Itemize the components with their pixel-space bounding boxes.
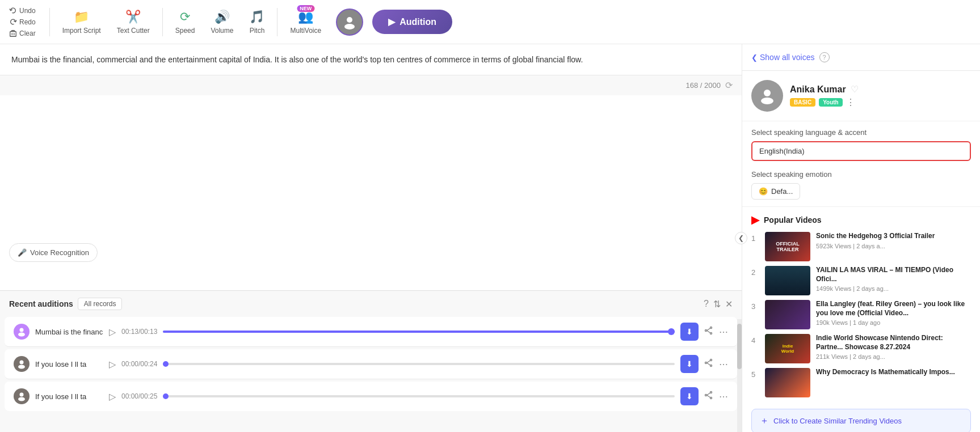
svg-line-18: [707, 363, 710, 365]
bottom-panel-actions: ? ⇅ ✕: [704, 299, 733, 310]
voice-recognition-button[interactable]: 🎤 Voice Recognition: [9, 243, 98, 262]
more-button[interactable]: ⋯: [719, 391, 728, 402]
text-cutter-button[interactable]: ✂️ Text Cutter: [111, 6, 155, 38]
video-meta: YAILIN LA MAS VIRAL – MI TIEMPO (Video O…: [816, 266, 971, 292]
audition-time: 00:13/00:13: [121, 328, 157, 336]
heart-icon[interactable]: ♡: [851, 84, 859, 95]
progress-bar[interactable]: [163, 363, 675, 365]
mic-icon: 🎤: [18, 248, 27, 257]
main-row: Mumbai is the financial, commercial and …: [0, 44, 980, 432]
audition-time: 00:00/00:24: [121, 360, 157, 368]
char-count: 168 / 2000: [686, 81, 721, 90]
pitch-button[interactable]: 🎵 Pitch: [243, 6, 270, 38]
more-button[interactable]: ⋯: [719, 327, 728, 337]
play-button[interactable]: ▷: [109, 391, 116, 402]
help-icon[interactable]: ?: [819, 52, 830, 62]
back-button[interactable]: ❮ Show all voices: [751, 53, 815, 62]
sort-button[interactable]: ⇅: [713, 299, 721, 310]
audition-list: Mumbai is the financ ▷ 00:13/00:13 ⬇ ⋯: [0, 315, 742, 413]
video-thumbnail[interactable]: [765, 368, 810, 397]
bottom-panel-title: Recent auditions All records: [9, 298, 122, 310]
audition-name: Mumbai is the financ: [35, 328, 103, 336]
separator-2: [162, 8, 163, 36]
share-button[interactable]: [704, 358, 713, 370]
close-button[interactable]: ✕: [725, 299, 733, 310]
bottom-panel-header: Recent auditions All records ? ⇅ ✕: [0, 291, 742, 315]
video-thumbnail[interactable]: [765, 266, 810, 295]
scrollbar-thumb[interactable]: [737, 324, 742, 369]
video-thumbnail[interactable]: IndieWorld: [765, 334, 810, 363]
sidebar-collapse-button[interactable]: ❮: [735, 232, 747, 244]
plus-icon: ＋: [760, 415, 769, 427]
svg-line-11: [707, 331, 710, 333]
video-meta: Sonic the Hedgehog 3 Official Trailer 59…: [816, 232, 971, 249]
popular-videos-section: ▶ Popular Videos 1 OFFICIALTRAILER Sonic…: [742, 206, 980, 402]
multivoice-button[interactable]: NEW 👥 MultiVoice: [284, 6, 327, 38]
voice-options-button[interactable]: ⋮: [846, 97, 855, 108]
progress-bar[interactable]: [163, 331, 675, 333]
download-button[interactable]: ⬇: [680, 387, 699, 405]
import-script-button[interactable]: 📁 Import Script: [57, 6, 107, 38]
popular-videos-title: ▶ Popular Videos: [751, 214, 971, 226]
video-item: 2 YAILIN LA MAS VIRAL – MI TIEMPO (Video…: [751, 266, 971, 295]
svg-point-9: [705, 330, 707, 332]
scrollbar-track[interactable]: [737, 319, 742, 432]
emotion-label: Select speaking emotion: [751, 170, 971, 179]
bottom-panel: Recent auditions All records ? ⇅ ✕ Mumba…: [0, 290, 742, 432]
voice-avatar-btn[interactable]: [336, 9, 363, 36]
language-label: Select speaking language & accent: [751, 128, 971, 137]
svg-point-20: [18, 397, 25, 401]
play-button[interactable]: ▷: [109, 327, 116, 337]
download-button[interactable]: ⬇: [680, 355, 699, 373]
language-select[interactable]: English(India): [751, 141, 971, 161]
pitch-icon: 🎵: [249, 10, 264, 24]
clear-button[interactable]: Clear: [7, 28, 38, 39]
progress-fill: [163, 331, 675, 333]
progress-dot: [163, 393, 169, 399]
audition-name: If you lose I ll ta: [35, 392, 103, 401]
editor-footer: 168 / 2000 ⟳: [0, 75, 742, 95]
help-button[interactable]: ?: [704, 299, 709, 309]
all-records-button[interactable]: All records: [78, 298, 123, 310]
speed-icon: ⟳: [180, 10, 190, 24]
audition-item: If you lose I ll ta ▷ 00:00/00:24 ⬇ ⋯: [5, 349, 737, 379]
redo-button[interactable]: Redo: [7, 17, 38, 27]
svg-point-13: [18, 365, 25, 369]
share-button[interactable]: [704, 391, 713, 402]
svg-line-25: [707, 395, 710, 397]
download-button[interactable]: ⬇: [680, 323, 699, 341]
svg-point-12: [20, 361, 24, 365]
svg-point-8: [710, 333, 712, 334]
svg-point-19: [20, 393, 24, 397]
audition-time: 00:00/00:25: [121, 392, 157, 400]
voice-avatar: [751, 80, 783, 112]
audition-item: Mumbai is the financ ▷ 00:13/00:13 ⬇ ⋯: [5, 317, 737, 347]
video-list: 1 OFFICIALTRAILER Sonic the Hedgehog 3 O…: [751, 232, 971, 397]
svg-point-22: [710, 397, 712, 399]
progress-bar[interactable]: [163, 395, 675, 397]
video-thumbnail[interactable]: OFFICIALTRAILER: [765, 232, 810, 261]
create-similar-button[interactable]: ＋ Click to Create Similar Trending Video…: [751, 409, 971, 432]
audition-button[interactable]: ▶ Audition: [372, 10, 452, 34]
play-button[interactable]: ▷: [109, 359, 116, 370]
text-editor[interactable]: Mumbai is the financial, commercial and …: [0, 44, 742, 75]
share-button[interactable]: [704, 326, 713, 337]
svg-line-24: [707, 393, 710, 395]
separator-1: [49, 8, 50, 36]
volume-button[interactable]: 🔊 Volume: [205, 6, 239, 38]
volume-icon: 🔊: [214, 10, 230, 24]
refresh-icon[interactable]: ⟳: [725, 80, 733, 91]
folder-icon: 📁: [74, 10, 89, 24]
more-button[interactable]: ⋯: [719, 359, 728, 370]
speed-button[interactable]: ⟳ Speed: [170, 6, 201, 38]
emotion-select[interactable]: 😊 Defa...: [751, 183, 800, 200]
video-item: 1 OFFICIALTRAILER Sonic the Hedgehog 3 O…: [751, 232, 971, 261]
create-similar-label: Click to Create Similar Trending Videos: [773, 417, 902, 425]
video-thumbnail[interactable]: [765, 300, 810, 329]
separator-3: [277, 8, 277, 36]
voice-info-section: Anika Kumar ♡ BASIC Youth ⋮: [742, 71, 980, 121]
svg-rect-0: [10, 31, 16, 36]
undo-button[interactable]: Undo: [7, 6, 38, 16]
voice-header: Anika Kumar ♡ BASIC Youth ⋮: [751, 80, 971, 112]
emoji-icon: 😊: [759, 187, 768, 196]
